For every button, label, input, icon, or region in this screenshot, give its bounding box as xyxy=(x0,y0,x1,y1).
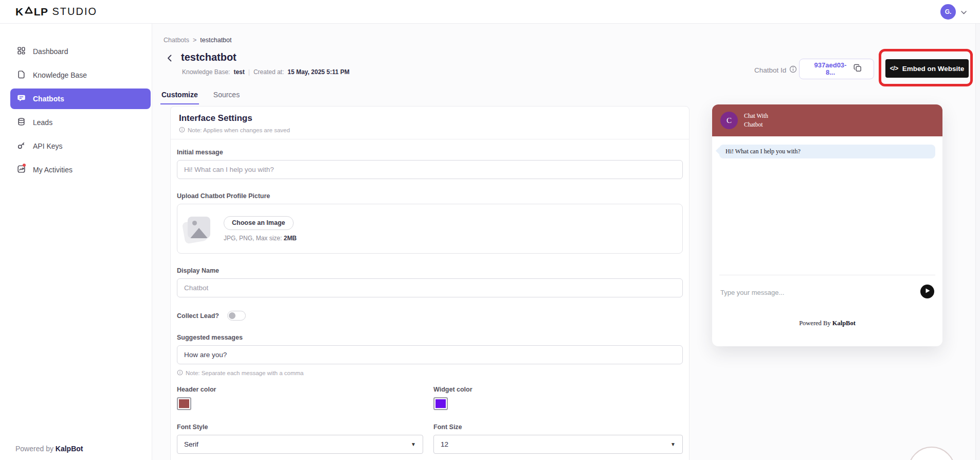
suggested-messages-label: Suggested messages xyxy=(177,334,683,341)
created-value: 15 May, 2025 5:11 PM xyxy=(287,68,350,76)
kb-label: Knowledge Base: xyxy=(182,68,230,76)
send-button[interactable] xyxy=(920,285,934,298)
preview-powered-by: Powered By KalpBot xyxy=(712,320,942,327)
logo-triangle-icon xyxy=(25,6,33,16)
info-icon xyxy=(179,127,185,134)
sidebar-item-label: Leads xyxy=(33,118,52,127)
chatbot-id-label: Chatbot Id xyxy=(754,66,786,74)
vertical-scrollbar[interactable] xyxy=(975,24,980,460)
suggested-note-text: Note: Separate each message with a comma xyxy=(186,370,303,376)
collect-lead-toggle[interactable] xyxy=(227,311,246,321)
back-button[interactable] xyxy=(162,52,176,66)
bot-message-bubble: Hi! What can I help you with? xyxy=(719,145,935,158)
chatbot-id-label-row: Chatbot Id xyxy=(754,65,797,75)
upload-hint-text: JPG, PNG, Max size: xyxy=(224,235,282,242)
toggle-knob xyxy=(229,312,235,319)
embed-on-website-button[interactable]: </> Embed on Website xyxy=(885,59,969,78)
initial-message-label: Initial message xyxy=(177,149,683,156)
chat-input-divider xyxy=(719,275,935,275)
copy-icon[interactable] xyxy=(853,63,862,75)
suggested-messages-note: Note: Separate each message with a comma xyxy=(177,369,683,377)
upload-hint-size: 2MB xyxy=(284,235,297,242)
meta-divider: | xyxy=(248,68,250,76)
leads-icon xyxy=(17,117,26,128)
info-icon xyxy=(177,369,183,377)
tab-sources[interactable]: Sources xyxy=(212,89,241,104)
chatbot-name-text: Chatbot xyxy=(744,120,768,129)
chat-message-input[interactable] xyxy=(720,282,900,302)
api-keys-icon xyxy=(17,141,26,151)
font-style-label: Font Style xyxy=(177,423,423,431)
breadcrumb-current: testchatbot xyxy=(200,37,231,44)
sidebar-item-label: API Keys xyxy=(33,142,63,150)
font-size-select[interactable]: 12 ▼ xyxy=(433,435,683,454)
user-avatar[interactable]: G. xyxy=(940,4,956,20)
sidebar-item-api-keys[interactable]: API Keys xyxy=(10,136,151,156)
created-label: Created at: xyxy=(253,68,284,76)
logo-text-k: K xyxy=(15,6,24,18)
top-bar: K LP STUDIO G. xyxy=(0,0,980,24)
chatbot-avatar: C xyxy=(720,112,738,129)
settings-note-text: Note: Applies when changes are saved xyxy=(188,127,290,133)
kalp-studio-logo[interactable]: K LP STUDIO xyxy=(15,6,97,18)
display-name-input[interactable] xyxy=(177,278,683,297)
sidebar-item-chatbots[interactable]: Chatbots xyxy=(10,89,151,109)
preview-powered-brand: KalpBot xyxy=(832,320,856,327)
page-meta: Knowledge Base: test | Created at: 15 Ma… xyxy=(182,68,350,76)
logo-text-lp: LP xyxy=(34,6,48,18)
chevron-left-icon xyxy=(167,55,172,64)
chatbot-id-value: 937aed03-8... xyxy=(811,62,850,77)
suggested-messages-input[interactable] xyxy=(177,345,683,364)
dropdown-arrow-icon: ▼ xyxy=(670,441,676,447)
header-color-fill xyxy=(179,399,189,408)
breadcrumb-chatbots-link[interactable]: Chatbots xyxy=(164,37,189,44)
sidebar: Dashboard Knowledge Base Chatbots Leads … xyxy=(0,24,152,460)
breadcrumb-separator: > xyxy=(193,37,196,44)
powered-brand: KalpBot xyxy=(56,445,83,453)
sidebar-item-leads[interactable]: Leads xyxy=(10,112,151,133)
sidebar-item-dashboard[interactable]: Dashboard xyxy=(10,41,151,62)
choose-image-button[interactable]: Choose an Image xyxy=(224,216,294,230)
chatbot-icon xyxy=(17,94,26,104)
dashboard-icon xyxy=(17,46,26,57)
app-window: K LP STUDIO G. Dashboard Knowledge Bas xyxy=(0,0,980,460)
page-title: testchatbot xyxy=(181,51,237,63)
font-style-select[interactable]: Serif ▼ xyxy=(177,435,423,454)
tab-customize[interactable]: Customize xyxy=(160,89,199,104)
header-color-swatch[interactable] xyxy=(177,397,191,410)
sidebar-item-knowledge-base[interactable]: Knowledge Base xyxy=(10,65,151,85)
chat-preview-header: C Chat With Chatbot xyxy=(712,104,942,136)
powered-prefix: Powered by xyxy=(15,445,53,453)
chat-widget-fab[interactable] xyxy=(908,447,955,460)
sidebar-item-label: Chatbots xyxy=(33,95,64,103)
collect-lead-label: Collect Lead? xyxy=(177,312,219,320)
card-title: Interface Settings xyxy=(179,113,681,123)
font-style-value: Serif xyxy=(184,440,198,448)
initial-message-input[interactable] xyxy=(177,160,683,179)
chevron-down-icon[interactable] xyxy=(961,7,967,16)
send-icon xyxy=(924,288,931,295)
notification-dot xyxy=(23,164,26,167)
chat-preview-panel: C Chat With Chatbot Hi! What can I help … xyxy=(712,104,942,346)
upload-hint: JPG, PNG, Max size: 2MB xyxy=(224,235,297,242)
card-header: Interface Settings Note: Applies when ch… xyxy=(171,107,689,139)
chat-with-text: Chat With xyxy=(744,112,768,120)
preview-powered-prefix: Powered By xyxy=(799,320,830,327)
logo-text-studio: STUDIO xyxy=(52,6,98,17)
widget-color-swatch[interactable] xyxy=(433,397,448,410)
upload-picture-label: Upload Chatbot Profile Picture xyxy=(177,192,683,200)
sidebar-item-label: My Activities xyxy=(33,166,72,174)
image-placeholder-icon xyxy=(186,217,211,241)
upload-dropzone[interactable]: Choose an Image JPG, PNG, Max size: 2MB xyxy=(177,204,683,254)
dropdown-arrow-icon: ▼ xyxy=(411,441,416,447)
sidebar-item-my-activities[interactable]: My Activities xyxy=(10,160,151,180)
sidebar-item-label: Dashboard xyxy=(33,47,68,56)
kb-value: test xyxy=(233,68,244,76)
tab-bar: Customize Sources xyxy=(160,89,241,104)
info-icon[interactable] xyxy=(789,65,797,75)
knowledge-base-icon xyxy=(17,70,26,80)
font-size-value: 12 xyxy=(441,440,448,448)
chatbot-id-pill[interactable]: 937aed03-8... xyxy=(799,59,874,79)
main-content: Chatbots > testchatbot testchatbot Knowl… xyxy=(152,24,980,460)
breadcrumb: Chatbots > testchatbot xyxy=(164,37,232,44)
